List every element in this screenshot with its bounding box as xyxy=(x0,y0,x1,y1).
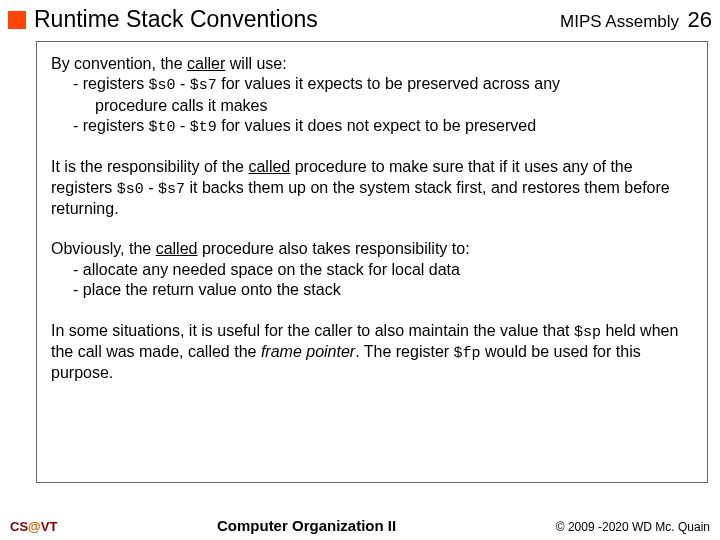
page-number: 26 xyxy=(688,7,712,32)
slide: Runtime Stack Conventions MIPS Assembly … xyxy=(0,0,720,540)
text: procedure also takes responsibility to: xyxy=(197,240,469,257)
caller-underline: caller xyxy=(187,55,225,72)
bullet-3: - allocate any needed space on the stack… xyxy=(73,260,693,280)
slide-footer: CS@VT Computer Organization II © 2009 -2… xyxy=(0,517,720,534)
text: - xyxy=(144,179,158,196)
text: . The register xyxy=(355,343,453,360)
text: By convention, the xyxy=(51,55,187,72)
bullet-1: - registers $s0 - $s7 for values it expe… xyxy=(73,74,693,95)
footer-cs: CS xyxy=(10,519,28,534)
footer-at: @ xyxy=(28,519,41,534)
bullet-1-cont: procedure calls it makes xyxy=(95,96,693,116)
footer-vt: VT xyxy=(41,519,58,534)
reg-s7: $s7 xyxy=(158,181,185,198)
reg-s0: $s0 xyxy=(149,77,176,94)
text: It is the responsibility of the xyxy=(51,158,248,175)
reg-sp: $sp xyxy=(574,324,601,341)
slide-title: Runtime Stack Conventions xyxy=(34,6,318,33)
paragraph-4: In some situations, it is useful for the… xyxy=(51,321,693,384)
text: for values it expects to be preserved ac… xyxy=(217,75,560,92)
text: for values it does not expect to be pres… xyxy=(217,117,536,134)
footer-left: CS@VT xyxy=(10,519,57,534)
text: - registers xyxy=(73,117,149,134)
title-group: Runtime Stack Conventions xyxy=(8,6,318,33)
reg-s0: $s0 xyxy=(117,181,144,198)
p3-line1: Obviously, the called procedure also tak… xyxy=(51,239,693,259)
paragraph-2: It is the responsibility of the called p… xyxy=(51,157,693,219)
footer-center: Computer Organization II xyxy=(217,517,396,534)
slide-body: By convention, the caller will use: - re… xyxy=(36,41,708,483)
text: In some situations, it is useful for the… xyxy=(51,322,574,339)
reg-t9: $t9 xyxy=(190,119,217,136)
bullet-4: - place the return value onto the stack xyxy=(73,280,693,300)
p1-line1: By convention, the caller will use: xyxy=(51,54,693,74)
text: - xyxy=(176,75,190,92)
header-right: MIPS Assembly 26 xyxy=(560,7,712,33)
frame-pointer-term: frame pointer xyxy=(261,343,355,360)
text: - registers xyxy=(73,75,149,92)
text: Obviously, the xyxy=(51,240,156,257)
bullet-2: - registers $t0 - $t9 for values it does… xyxy=(73,116,693,137)
called-underline: called xyxy=(248,158,290,175)
reg-t0: $t0 xyxy=(149,119,176,136)
subject-label: MIPS Assembly xyxy=(560,12,679,31)
reg-fp: $fp xyxy=(454,345,481,362)
paragraph-1: By convention, the caller will use: - re… xyxy=(51,54,693,137)
footer-right: © 2009 -2020 WD Mc. Quain xyxy=(556,520,710,534)
text: will use: xyxy=(225,55,286,72)
called-underline: called xyxy=(156,240,198,257)
accent-square-icon xyxy=(8,11,26,29)
text: - xyxy=(176,117,190,134)
paragraph-3: Obviously, the called procedure also tak… xyxy=(51,239,693,300)
slide-header: Runtime Stack Conventions MIPS Assembly … xyxy=(0,0,720,37)
reg-s7: $s7 xyxy=(190,77,217,94)
